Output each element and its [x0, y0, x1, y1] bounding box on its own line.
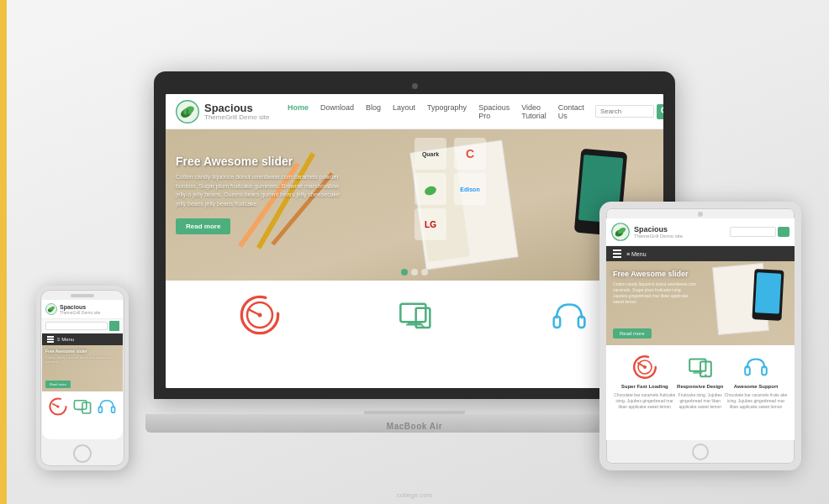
- phone-search-button[interactable]: [109, 321, 119, 331]
- svg-rect-43: [755, 272, 781, 313]
- hero-slider: Quark C Edison LG Free Awesome slider Co…: [166, 129, 663, 281]
- tablet-home-button[interactable]: [692, 444, 709, 460]
- brand-ed: Edison: [454, 173, 486, 205]
- responsive-icon: [393, 294, 436, 336]
- tablet-site-content: Spacious ThemeGrill Demo site: [606, 218, 795, 440]
- site-header: Spacious ThemeGrill Demo site Home Downl…: [166, 94, 663, 129]
- menu-line: [47, 336, 54, 338]
- nav-download[interactable]: Download: [318, 102, 356, 122]
- svg-rect-23: [421, 326, 424, 328]
- svg-point-47: [643, 365, 647, 369]
- feature-support: [548, 294, 590, 336]
- feature-responsive: [393, 294, 436, 336]
- tablet-menu-bar[interactable]: ≡ Menu: [606, 246, 795, 261]
- phone-read-more[interactable]: Read more: [45, 381, 71, 388]
- phone-hero-title: Free Awesome slider: [45, 349, 123, 354]
- tablet-logo-icon: [611, 223, 630, 241]
- website-content: Spacious ThemeGrill Demo site Home Downl…: [166, 94, 663, 388]
- phone-search-input[interactable]: [45, 322, 108, 330]
- tablet-hamburger-icon: [613, 249, 621, 258]
- svg-point-18: [258, 313, 262, 318]
- tablet-feature-desc-1: Fruitcake icing. Jujubes gingerbread mar…: [677, 392, 724, 410]
- svg-rect-50: [694, 371, 702, 373]
- phone-header: Spacious ThemeGrill Demo site: [42, 300, 123, 319]
- yellow-border-accent: [0, 0, 7, 504]
- hero-title: Free Awesome slider: [176, 155, 344, 168]
- nav-typography[interactable]: Typography: [425, 102, 469, 122]
- slider-dot-1[interactable]: [401, 269, 408, 276]
- tablet-feature-responsive: Responsive Design Fruitcake icing. Jujub…: [677, 354, 724, 410]
- tablet-hero-text: Free Awesome slider Cotton candy liquori…: [613, 270, 697, 305]
- svg-point-52: [705, 374, 706, 375]
- phone-hero: Free Awesome slider Cotton candy liquori…: [42, 345, 123, 391]
- tablet-header: Spacious ThemeGrill Demo site: [606, 218, 795, 246]
- logo-text: Spacious ThemeGrill Demo site: [204, 102, 269, 121]
- tablet-features: Super Fast Loading Chocolate bar caramel…: [606, 345, 795, 418]
- phone-site-title: Spacious: [60, 304, 100, 310]
- nav-blog[interactable]: Blog: [363, 102, 383, 122]
- tablet-speedometer-icon: [631, 354, 658, 381]
- nav-contact[interactable]: Contact Us: [556, 102, 587, 122]
- hero-read-more-button[interactable]: Read more: [176, 218, 230, 234]
- tablet-feature-title-2: Awesome Support: [734, 384, 779, 389]
- tablet-search-input[interactable]: [730, 227, 776, 237]
- tablet-frame: Spacious ThemeGrill Demo site: [599, 202, 801, 470]
- speedometer-icon: [239, 294, 281, 336]
- phone-hero-text: Free Awesome slider Cotton candy liquori…: [45, 349, 123, 365]
- tablet-camera: [698, 212, 703, 217]
- brand-lg: LG: [414, 208, 446, 240]
- search-icon: [661, 107, 663, 115]
- menu-line: [47, 341, 54, 343]
- tablet-responsive-icon: [687, 354, 714, 381]
- tablet-screen: Spacious ThemeGrill Demo site: [606, 218, 795, 440]
- features-section: [166, 281, 663, 349]
- svg-rect-48: [689, 359, 705, 370]
- feature-speed: [239, 294, 281, 336]
- phone-menu-label: ≡ Menu: [57, 337, 74, 342]
- search-button[interactable]: [657, 104, 663, 119]
- brand-c: C: [454, 138, 486, 170]
- menu-line: [613, 256, 621, 258]
- site-subtitle: ThemeGrill Demo site: [204, 113, 269, 121]
- nav-layout[interactable]: Layout: [390, 102, 418, 122]
- phone-menu-bar[interactable]: ≡ Menu: [42, 333, 123, 345]
- phone-home-button[interactable]: [73, 444, 92, 463]
- phone-header-text: Spacious ThemeGrill Demo site: [60, 304, 100, 315]
- laptop-label: MacBook Air: [387, 422, 442, 431]
- svg-point-31: [56, 405, 59, 407]
- slider-dots: [401, 269, 428, 276]
- nav-video-tutorial[interactable]: Video Tutorial: [519, 102, 549, 122]
- phone-site-subtitle: ThemeGrill Demo site: [60, 310, 100, 315]
- svg-rect-20: [408, 322, 422, 324]
- tablet-headphones-icon: [742, 354, 769, 381]
- nav-home[interactable]: Home: [285, 102, 311, 122]
- tablet-hero-description: Cotton candy liquorice donut unerdwear.c…: [613, 281, 697, 305]
- svg-rect-21: [406, 324, 423, 326]
- site-nav: Home Download Blog Layout Typography Spa…: [285, 102, 587, 122]
- nav-spacious-pro[interactable]: Spacious Pro: [476, 102, 512, 122]
- slider-dot-3[interactable]: [421, 269, 428, 276]
- phone-screen: Spacious ThemeGrill Demo site: [42, 300, 123, 439]
- slider-dot-2[interactable]: [411, 269, 418, 276]
- tablet-search-button[interactable]: [778, 227, 789, 237]
- svg-rect-32: [74, 400, 86, 408]
- phone-speedometer-icon: [48, 396, 68, 417]
- svg-point-4: [662, 108, 663, 113]
- hero-content: Free Awesome slider Cotton candy liquori…: [176, 155, 344, 234]
- search-input[interactable]: [595, 105, 654, 118]
- tablet-device: Spacious ThemeGrill Demo site: [599, 202, 801, 470]
- laptop-screen-inner: Spacious ThemeGrill Demo site Home Downl…: [166, 94, 663, 388]
- phone-search-bar: [42, 319, 123, 333]
- brand-logos-grid: Quark C Edison LG: [414, 138, 490, 272]
- svg-rect-19: [400, 304, 425, 323]
- logo-icon: [176, 100, 199, 123]
- svg-point-14: [424, 185, 438, 197]
- tablet-feature-speed: Super Fast Loading Chocolate bar caramel…: [613, 354, 677, 410]
- phone-hamburger-icon: [47, 336, 54, 343]
- tablet-read-more[interactable]: Read more: [613, 328, 652, 339]
- tablet-feature-title-0: Super Fast Loading: [621, 384, 668, 389]
- tablet-feature-support: Awesome Support Chocolate bar caramels f…: [724, 354, 788, 410]
- phone-logo-icon: [45, 303, 57, 315]
- svg-rect-34: [77, 409, 82, 410]
- phone-device: Spacious ThemeGrill Demo site: [36, 286, 129, 470]
